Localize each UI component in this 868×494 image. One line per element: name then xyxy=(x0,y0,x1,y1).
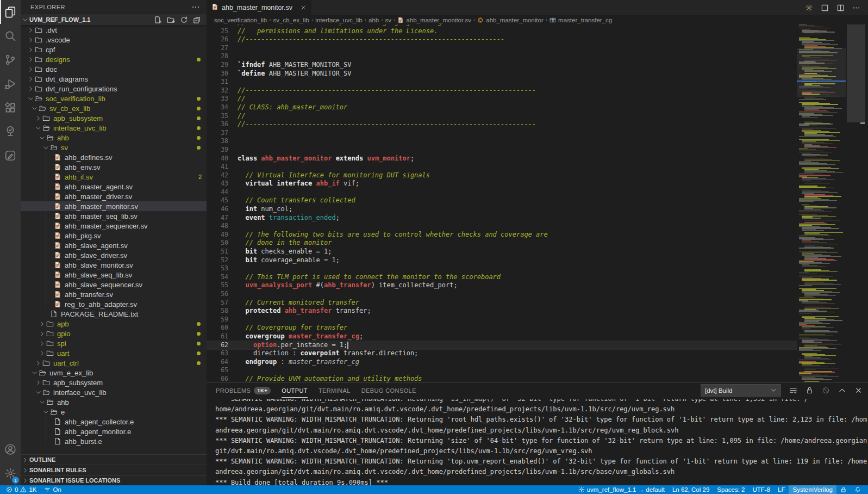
tree-item--vscode[interactable]: .vscode xyxy=(21,35,207,45)
code-line[interactable]: 32//------------------------------------… xyxy=(207,87,797,95)
tree-item-apb-subsystem[interactable]: apb_subsystem xyxy=(21,378,207,387)
status-notifications[interactable] xyxy=(851,485,865,494)
clear-output-icon[interactable] xyxy=(822,386,830,394)
output-channel-select[interactable]: [dvt] Build xyxy=(701,384,781,397)
code-line[interactable]: 65 xyxy=(207,366,797,375)
new-folder-icon[interactable] xyxy=(167,16,175,24)
tab-ahb-master-monitor[interactable]: ahb_master_monitor.sv xyxy=(207,0,311,15)
tree-item-ahb-transfer-sv[interactable]: ahb_transfer.sv xyxy=(21,289,207,299)
section-outline[interactable]: OUTLINE xyxy=(21,454,207,465)
collapse-all-icon[interactable] xyxy=(193,16,201,24)
code-line[interactable]: 36//------------------------------------… xyxy=(207,120,797,129)
code-line[interactable]: 62 option.per_instance = 1; xyxy=(207,341,797,350)
activity-manage-gear-button[interactable]: 1 xyxy=(0,461,21,485)
code-line[interactable]: 29`ifndef AHB_MASTER_MONITOR_SV xyxy=(207,61,797,70)
tree-item-ahb-burst-e[interactable]: ahb_burst.e xyxy=(21,436,207,446)
output-log[interactable]: *** SEMANTIC WARNING: WIDTH_MISMATCH_TRU… xyxy=(215,399,867,486)
tree-item-ahb-slave-monitor-sv[interactable]: ahb_slave_monitor.sv xyxy=(21,260,207,270)
tree-item-reg-to-ahb-adapter-sv[interactable]: reg_to_ahb_adapter.sv xyxy=(21,299,207,309)
code-line[interactable]: 53 xyxy=(207,264,797,273)
panel-tab-problems[interactable]: PROBLEMS1K+ xyxy=(216,383,271,398)
build-gear-icon[interactable] xyxy=(805,4,813,12)
tree-item-ahb-slave-seq-lib-sv[interactable]: ahb_slave_seq_lib.sv xyxy=(21,270,207,280)
code-line[interactable]: 28 xyxy=(207,52,797,61)
panel-tab-output[interactable]: OUTPUT xyxy=(282,383,308,398)
workspace-root-header[interactable]: UVM_REF_FLOW_1.1 xyxy=(21,14,207,25)
breadcrumb-item-ahb-master-monitor-sv[interactable]: ahb_master_monitor.sv xyxy=(397,17,471,23)
code-line[interactable]: 64 endgroup : master_transfer_cg xyxy=(207,358,797,367)
status-indentation[interactable]: Spaces: 2 xyxy=(713,485,748,494)
breadcrumb-item-soc-verification-lib[interactable]: soc_verification_lib xyxy=(214,17,267,23)
open-changes-icon[interactable] xyxy=(821,4,829,12)
code-line[interactable]: 26//------------------------------------… xyxy=(207,35,797,44)
code-line[interactable]: 34// CLASS: ahb_master_monitor xyxy=(207,103,797,112)
tree-item-ahb-slave-sequencer-sv[interactable]: ahb_slave_sequencer.sv xyxy=(21,280,207,289)
code-line[interactable]: 25// permissions and limitations under t… xyxy=(207,27,797,36)
activity-source-control-button[interactable] xyxy=(0,48,21,72)
tree-item-doc[interactable]: doc xyxy=(21,64,207,74)
activity-edit-note-button[interactable] xyxy=(0,144,21,168)
tree-item-dvt-diagrams[interactable]: dvt_diagrams xyxy=(21,74,207,84)
code-line[interactable]: 45 // Count transfers collected xyxy=(207,196,797,205)
panel-tab-terminal[interactable]: TERMINAL xyxy=(319,383,351,398)
activity-account-button[interactable] xyxy=(0,437,21,461)
maximize-panel-icon[interactable] xyxy=(838,386,846,394)
breadcrumb-item-ahb[interactable]: ahb xyxy=(369,17,379,23)
code-line[interactable]: 61 covergroup master_transfer_cg; xyxy=(207,332,797,341)
minimap-slider[interactable] xyxy=(797,48,846,97)
tree-item-ahb[interactable]: ahb xyxy=(21,133,207,143)
tree-item-ahb-slave-agent-sv[interactable]: ahb_slave_agent.sv xyxy=(21,240,207,250)
status-problems-counts[interactable]: 01K xyxy=(2,485,40,494)
activity-run-and-debug-button[interactable] xyxy=(0,72,21,96)
tree-item-ahb-env-sv[interactable]: ahb_env.sv xyxy=(21,162,207,172)
code-line[interactable]: 43 virtual interface ahb_if vif; xyxy=(207,180,797,188)
code-line[interactable]: 58 protected ahb_transfer transfer; xyxy=(207,307,797,316)
breadcrumb-item-sv[interactable]: sv xyxy=(385,17,392,23)
status-language-mode[interactable]: SystemVerilog xyxy=(789,485,836,494)
split-editor-icon[interactable] xyxy=(836,4,845,12)
status-filter-toggle[interactable]: On xyxy=(40,485,65,494)
code-line[interactable]: 54 // This TLM port is used to connect t… xyxy=(207,273,797,282)
unlock-icon[interactable] xyxy=(805,386,814,394)
code-line[interactable]: 38 xyxy=(207,137,797,146)
close-icon[interactable] xyxy=(300,4,307,11)
more-actions-icon[interactable] xyxy=(852,4,860,12)
tree-item-sv[interactable]: sv xyxy=(21,143,207,152)
minimap[interactable] xyxy=(797,24,846,382)
code-line[interactable]: 57 // Current monitored transfer xyxy=(207,299,797,307)
tree-item-designs[interactable]: designs xyxy=(21,54,207,64)
output-filter-icon[interactable] xyxy=(789,386,797,394)
tree-item-ahb-master-sequencer-sv[interactable]: ahb_master_sequencer.sv xyxy=(21,221,207,231)
breadcrumb-item-ahb-master-monitor[interactable]: ahb_master_monitor xyxy=(477,17,543,23)
code-line[interactable]: 46 int num_col; xyxy=(207,205,797,214)
tree-item-interface-uvc-lib[interactable]: interface_uvc_lib xyxy=(21,387,207,397)
tree-item-ahb-master-agent-sv[interactable]: ahb_master_agent.sv xyxy=(21,182,207,192)
code-line[interactable]: 44 xyxy=(207,188,797,197)
tree-item-ahb-defines-sv[interactable]: ahb_defines.sv xyxy=(21,152,207,162)
code-line[interactable]: 59 xyxy=(207,316,797,324)
tree-item-ahb[interactable]: ahb xyxy=(21,397,207,407)
tree-item-ahb-master-seq-lib-sv[interactable]: ahb_master_seq_lib.sv xyxy=(21,211,207,221)
code-line[interactable]: 30`define AHB_MASTER_MONITOR_SV xyxy=(207,70,797,78)
scrollbar-slider[interactable] xyxy=(847,24,865,122)
status-encoding[interactable]: UTF-8 xyxy=(748,485,774,494)
code-line[interactable]: 41 xyxy=(207,163,797,171)
activity-explorer-button[interactable] xyxy=(0,0,21,24)
tree-item-ahb-if-sv[interactable]: ahb_if.sv2 xyxy=(21,172,207,182)
tree-item-dvt-run-configurations[interactable]: dvt_run_configurations xyxy=(21,84,207,94)
tree-item-uart-ctrl[interactable]: uart_ctrl xyxy=(21,358,207,368)
tree-item-ahb-master-driver-sv[interactable]: ahb_master_driver.sv xyxy=(21,192,207,201)
code-line[interactable]: 49 // The following two bits are used to… xyxy=(207,231,797,239)
section-sonarlint-rules[interactable]: SONARLINT RULES xyxy=(21,465,207,475)
breadcrumb-item-interface-uvc-lib[interactable]: interface_uvc_lib xyxy=(315,17,362,23)
code-line[interactable]: 42 // Virtual Interface for monitoring D… xyxy=(207,171,797,180)
tree-item-soc-verification-lib[interactable]: soc_verification_lib xyxy=(21,94,207,103)
tree-item-apb[interactable]: apb xyxy=(21,319,207,329)
code-line[interactable]: 51 bit checks_enable = 1; xyxy=(207,248,797,256)
status-eol[interactable]: LF xyxy=(774,485,789,494)
code-line[interactable]: 33// xyxy=(207,95,797,103)
tree-item-gpio[interactable]: gpio xyxy=(21,329,207,338)
tree-item-sv-cb-ex-lib[interactable]: sv_cb_ex_lib xyxy=(21,103,207,113)
code-editor[interactable]: 24// the License for the specific langua… xyxy=(207,24,797,382)
section-sonarlint-issue-locations[interactable]: SONARLINT ISSUE LOCATIONS xyxy=(21,475,207,485)
